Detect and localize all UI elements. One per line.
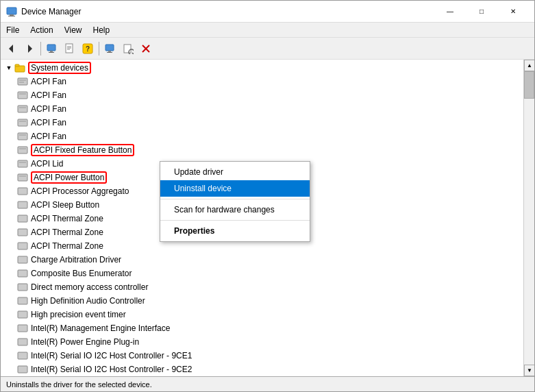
svg-rect-15 (108, 51, 111, 52)
scroll-track[interactable] (524, 71, 534, 365)
svg-rect-7 (49, 52, 54, 53)
folder-icon (14, 62, 25, 73)
svg-rect-48 (18, 284, 27, 291)
device-icon (17, 76, 28, 87)
menu-bar: File Action View Help (1, 23, 534, 38)
list-item[interactable]: ACPI Fan (1, 116, 523, 130)
item-label: Intel(R) Serial IO I2C Host Controller -… (31, 351, 192, 360)
menu-view[interactable]: View (59, 24, 88, 36)
device-icon (17, 254, 28, 265)
device-icon (17, 350, 28, 361)
list-item[interactable]: Intel(R) Management Engine Interface (1, 321, 523, 335)
title-bar: Device Manager — □ ✕ (1, 1, 534, 23)
list-item[interactable]: Direct memory access controller (1, 280, 523, 294)
svg-rect-16 (107, 52, 112, 53)
svg-rect-29 (18, 106, 27, 112)
svg-rect-23 (15, 64, 19, 66)
menu-action[interactable]: Action (25, 24, 58, 36)
svg-rect-31 (18, 119, 27, 126)
item-label: ACPI Thermal Zone (31, 214, 103, 223)
svg-rect-33 (18, 133, 27, 140)
list-item-hd-audio[interactable]: High Definition Audio Controller (1, 294, 523, 308)
list-item[interactable]: ACPI Fan (1, 75, 523, 88)
device-icon (17, 282, 28, 293)
toolbar: ? (1, 38, 534, 60)
toolbar-device-manager-button[interactable] (102, 40, 119, 57)
status-text: Uninstalls the driver for the selected d… (6, 380, 152, 389)
list-item-charge-arbitration[interactable]: Charge Arbitration Driver (1, 253, 523, 267)
toolbar-back-button[interactable] (3, 40, 20, 57)
item-label: High Definition Audio Controller (31, 296, 145, 306)
list-item[interactable]: ACPI Fan (1, 88, 523, 102)
list-item[interactable]: Intel(R) Power Engine Plug-in (1, 335, 523, 349)
maximize-button[interactable]: □ (466, 5, 497, 19)
menu-file[interactable]: File (1, 24, 25, 36)
forward-arrow-icon (24, 43, 35, 54)
svg-rect-52 (18, 339, 27, 345)
device-icon (17, 199, 28, 210)
item-label: Direct memory access controller (31, 282, 148, 292)
context-menu-update-driver[interactable]: Update driver (160, 164, 310, 180)
vertical-scrollbar[interactable]: ▲ ▼ (523, 60, 534, 376)
item-label: ACPI Lid (31, 159, 63, 169)
close-button[interactable]: ✕ (497, 5, 529, 19)
svg-rect-17 (124, 45, 131, 53)
status-bar: Uninstalls the driver for the selected d… (1, 376, 534, 391)
context-menu-scan-hardware[interactable]: Scan for hardware changes (160, 201, 310, 218)
scroll-down-button[interactable]: ▼ (524, 365, 534, 376)
svg-rect-54 (18, 366, 27, 373)
scroll-up-button[interactable]: ▲ (524, 60, 534, 71)
item-label: High precision event timer (31, 310, 126, 319)
device-icon (17, 131, 28, 142)
svg-rect-43 (18, 215, 27, 222)
acpi-power-button-label: ACPI Power Button (31, 171, 107, 184)
list-item[interactable]: ACPI Fan (1, 130, 523, 143)
item-label: Intel(R) Management Engine Interface (31, 323, 170, 333)
toolbar-separator-2 (99, 42, 99, 56)
device-icon (17, 172, 28, 183)
tree-item-system-devices[interactable]: ▼ System devices (1, 61, 523, 75)
svg-rect-42 (18, 201, 27, 208)
device-icon (17, 336, 28, 347)
svg-rect-50 (18, 311, 27, 318)
device-icon (17, 364, 28, 375)
item-label: ACPI Fan (31, 77, 66, 86)
delete-icon (140, 43, 151, 54)
menu-help[interactable]: Help (88, 24, 116, 36)
item-label: ACPI Fan (31, 90, 66, 100)
toolbar-scan-button[interactable] (120, 40, 136, 57)
list-item[interactable]: Intel(R) Serial IO I2C Host Controller -… (1, 349, 523, 363)
list-item[interactable]: Intel(R) Serial IO I2C Host Controller -… (1, 363, 523, 376)
help-icon: ? (82, 43, 93, 54)
toolbar-delete-button[interactable] (138, 40, 154, 57)
svg-rect-39 (18, 174, 27, 181)
title-icon (6, 6, 17, 17)
scroll-thumb[interactable] (524, 71, 534, 99)
item-label: ACPI Thermal Zone (31, 241, 103, 251)
toolbar-help-button[interactable]: ? (79, 40, 96, 57)
context-menu-uninstall-device[interactable]: Uninstall device (160, 180, 310, 197)
expand-icon[interactable]: ▼ (3, 62, 14, 73)
list-item-acpi-fixed-feature-button[interactable]: ACPI Fixed Feature Button (1, 143, 523, 157)
toolbar-properties-button[interactable] (62, 40, 78, 57)
context-menu-separator-1 (160, 199, 310, 199)
item-label: ACPI Fan (31, 132, 66, 141)
minimize-button[interactable]: — (434, 5, 466, 19)
toolbar-computer-button[interactable] (44, 40, 60, 57)
context-menu-properties[interactable]: Properties (160, 223, 310, 239)
item-label: ACPI Fan (31, 104, 66, 114)
list-item[interactable]: High precision event timer (1, 308, 523, 321)
device-tree[interactable]: ▼ System devices ACPI Fan (1, 60, 523, 376)
device-icon (17, 268, 28, 279)
item-label: ACPI Processor Aggregato (31, 186, 129, 196)
list-item[interactable]: ACPI Fan (1, 102, 523, 116)
toolbar-forward-button[interactable] (21, 40, 38, 57)
toolbar-separator-1 (40, 42, 41, 56)
svg-text:?: ? (86, 45, 90, 53)
svg-rect-46 (18, 256, 27, 263)
device-icon (17, 103, 28, 114)
window-title: Device Manager (21, 7, 81, 16)
list-item[interactable]: Composite Bus Enumerator (1, 267, 523, 280)
svg-rect-27 (18, 92, 27, 99)
svg-rect-24 (18, 78, 27, 85)
